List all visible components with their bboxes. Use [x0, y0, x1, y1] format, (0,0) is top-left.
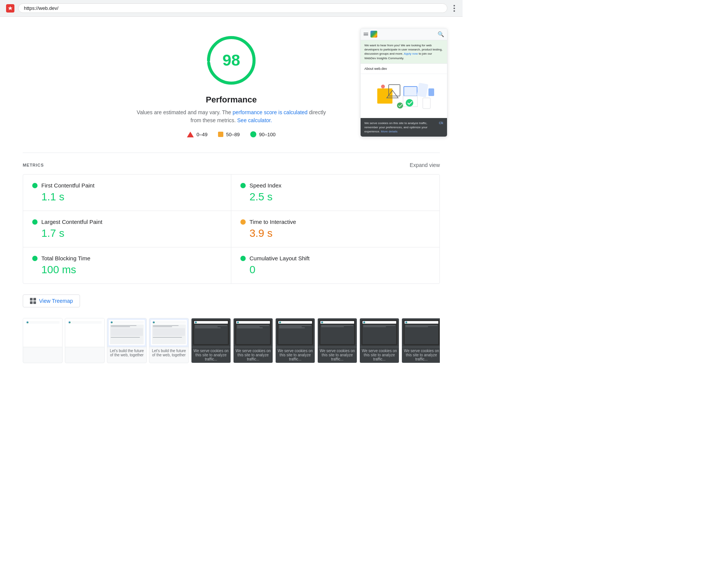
- filmstrip-screenshot-7: [276, 318, 315, 347]
- screenshot-cookie-banner: Ok We serve cookies on this site to anal…: [361, 118, 447, 137]
- metric-si-name: Speed Index: [249, 182, 281, 189]
- screenshot-panel: 🔍 We want to hear from you! We are looki…: [360, 28, 447, 137]
- screenshot-content: We want to hear from you! We are looking…: [361, 40, 447, 137]
- filmstrip-frame-4: Let's build the future of the web, toget…: [149, 318, 189, 363]
- filmstrip-frame-5: We serve cookies on this site to analyze…: [191, 318, 231, 363]
- treemap-section: View Treemap: [23, 294, 440, 307]
- treemap-button-label: View Treemap: [39, 298, 73, 304]
- calculator-link[interactable]: See calculator.: [237, 117, 272, 123]
- average-icon: [218, 132, 223, 137]
- filmstrip-screenshot-1: [23, 318, 62, 347]
- section-divider: [23, 153, 440, 153]
- filmstrip-frame-6: We serve cookies on this site to analyze…: [233, 318, 273, 363]
- filmstrip-frame-9: We serve cookies on this site to analyze…: [359, 318, 399, 363]
- svg-rect-7: [423, 98, 430, 109]
- score-legend: 0–49 50–89 90–100: [187, 131, 275, 137]
- filmstrip-screenshot-2: [65, 318, 104, 347]
- metric-tbt-value: 100 ms: [32, 264, 222, 276]
- filmstrip-screenshot-5: [191, 318, 231, 347]
- metric-time-to-interactive: Time to Interactive 3.9 s: [231, 211, 439, 247]
- filmstrip-frame-2: [65, 318, 105, 363]
- filmstrip-screenshot-3: [107, 318, 146, 347]
- screenshot-search-icon: 🔍: [438, 31, 444, 37]
- screenshot-about: About web.dev: [361, 64, 447, 74]
- screenshot-apply-link[interactable]: Apply now: [404, 52, 418, 55]
- svg-rect-6: [417, 83, 428, 98]
- screenshot-browser-bar: 🔍: [361, 28, 447, 40]
- metric-lcp-header: Largest Contentful Paint: [32, 219, 222, 225]
- screenshot-logo: [370, 31, 377, 38]
- pass-icon: [250, 131, 256, 137]
- score-description: Values are estimated and may vary. The p…: [136, 109, 326, 124]
- filmstrip-frame-1: [23, 318, 63, 363]
- expand-view-button[interactable]: Expand view: [410, 162, 440, 168]
- metric-cumulative-layout-shift: Cumulative Layout Shift 0: [231, 247, 439, 283]
- metric-fcp-value: 1.1 s: [32, 191, 222, 203]
- filmstrip-screenshot-8: [318, 318, 357, 347]
- metric-tti-header: Time to Interactive: [240, 219, 430, 225]
- metric-first-contentful-paint: First Contentful Paint 1.1 s: [23, 175, 231, 211]
- metric-tbt-name: Total Blocking Time: [41, 255, 90, 261]
- metric-lcp-value: 1.7 s: [32, 227, 222, 239]
- filmstrip-label-9: We serve cookies on this site to analyze…: [360, 347, 399, 363]
- metric-si-header: Speed Index: [240, 182, 430, 189]
- metrics-section: METRICS Expand view First Contentful Pai…: [23, 162, 440, 284]
- fail-icon: [187, 132, 194, 137]
- screenshot-cookie-link[interactable]: More details: [381, 130, 398, 133]
- screenshot-hamburger-icon: [364, 33, 368, 36]
- filmstrip-screenshot-10: [402, 318, 440, 347]
- metric-tbt-status-dot: [32, 256, 38, 261]
- svg-point-4: [406, 99, 413, 107]
- svg-point-5: [397, 102, 403, 109]
- metric-lcp-status-dot: [32, 219, 38, 225]
- filmstrip-label-7: We serve cookies on this site to analyze…: [276, 347, 315, 363]
- legend-fail: 0–49: [187, 132, 207, 137]
- metric-lcp-name: Largest Contentful Paint: [41, 219, 102, 225]
- filmstrip-frame-7: We serve cookies on this site to analyze…: [275, 318, 315, 363]
- metric-largest-contentful-paint: Largest Contentful Paint 1.7 s: [23, 211, 231, 247]
- filmstrip-label-3: Let's build the future of the web, toget…: [107, 347, 146, 359]
- score-title: Performance: [206, 95, 257, 105]
- metric-tbt-header: Total Blocking Time: [32, 255, 222, 261]
- filmstrip-label-2: [65, 347, 104, 350]
- metric-si-value: 2.5 s: [240, 191, 430, 203]
- filmstrip-frame-8: We serve cookies on this site to analyze…: [317, 318, 357, 363]
- metric-total-blocking-time: Total Blocking Time 100 ms: [23, 247, 231, 283]
- browser-favicon: [6, 4, 14, 13]
- filmstrip-label-6: We serve cookies on this site to analyze…: [234, 347, 273, 363]
- metric-si-status-dot: [240, 183, 246, 188]
- performance-score-link[interactable]: performance score is calculated: [233, 109, 308, 115]
- screenshot-illustration: [361, 74, 447, 118]
- legend-pass: 90–100: [250, 131, 275, 137]
- browser-menu-button[interactable]: [452, 3, 457, 13]
- filmstrip-label-5: We serve cookies on this site to analyze…: [191, 347, 231, 363]
- filmstrip-screenshot-4: [149, 318, 188, 347]
- filmstrip-section: Let's build the future of the web, toget…: [23, 318, 440, 367]
- metrics-label: METRICS: [23, 163, 44, 167]
- filmstrip-label-10: We serve cookies on this site to analyze…: [402, 347, 440, 363]
- view-treemap-button[interactable]: View Treemap: [23, 294, 80, 307]
- metrics-grid: First Contentful Paint 1.1 s Speed Index…: [23, 174, 440, 284]
- metric-tti-name: Time to Interactive: [249, 219, 296, 225]
- metric-tti-status-dot: [240, 219, 246, 225]
- screenshot-banner: We want to hear from you! We are looking…: [361, 40, 447, 64]
- screenshot-cookie-ok-button[interactable]: Ok: [439, 121, 443, 125]
- filmstrip-label-1: [23, 347, 62, 350]
- metric-speed-index: Speed Index 2.5 s: [231, 175, 439, 211]
- filmstrip-frame-3: Let's build the future of the web, toget…: [107, 318, 147, 363]
- legend-average: 50–89: [218, 132, 240, 137]
- metric-fcp-name: First Contentful Paint: [41, 182, 94, 189]
- browser-url-bar[interactable]: https://web.dev/: [18, 3, 447, 13]
- filmstrip-screenshot-9: [360, 318, 399, 347]
- filmstrip-screenshot-6: [234, 318, 273, 347]
- score-number: 98: [223, 51, 240, 69]
- metric-tti-value: 3.9 s: [240, 227, 430, 239]
- svg-rect-10: [428, 88, 434, 96]
- browser-chrome: https://web.dev/: [0, 0, 463, 17]
- svg-rect-2: [404, 87, 417, 96]
- treemap-icon: [30, 298, 36, 304]
- score-circle: 98: [203, 32, 260, 89]
- filmstrip-label-4: Let's build the future of the web, toget…: [149, 347, 188, 359]
- filmstrip-label-8: We serve cookies on this site to analyze…: [318, 347, 357, 363]
- metrics-header: METRICS Expand view: [23, 162, 440, 168]
